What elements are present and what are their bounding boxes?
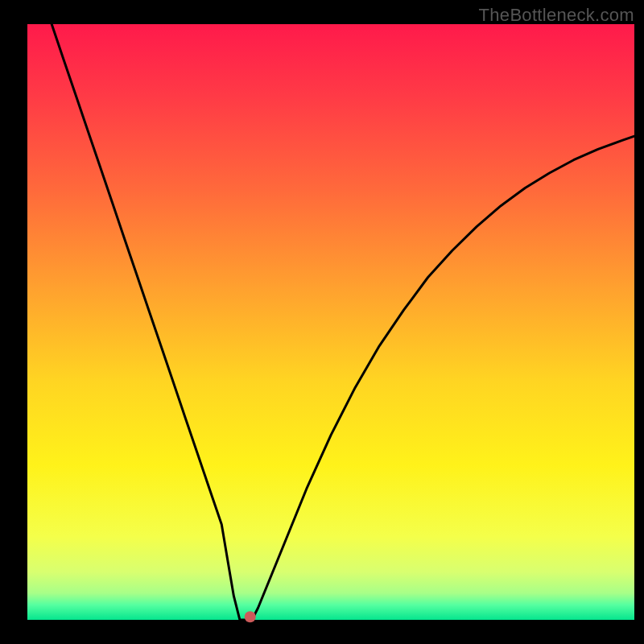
plot-area <box>27 24 634 620</box>
optimum-marker <box>245 611 256 622</box>
watermark-text: TheBottleneck.com <box>479 5 634 26</box>
bottleneck-chart: TheBottleneck.com <box>0 0 644 644</box>
chart-canvas <box>0 0 644 644</box>
